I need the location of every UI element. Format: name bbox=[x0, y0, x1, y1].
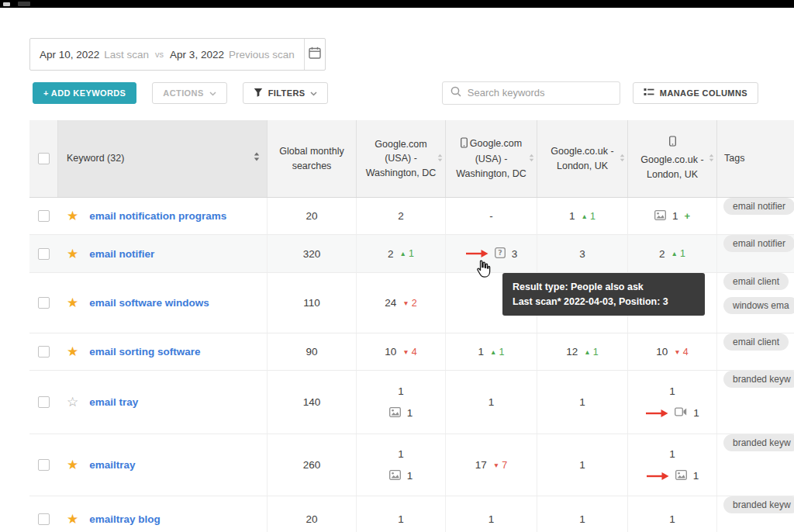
tag-pill[interactable]: branded keyw bbox=[723, 434, 794, 451]
image-serp-icon bbox=[675, 470, 687, 482]
position-value: 1 bbox=[478, 346, 485, 358]
row-checkbox[interactable] bbox=[38, 396, 50, 408]
tag-pill[interactable]: email client bbox=[723, 273, 789, 290]
position-cell: 11 bbox=[357, 434, 446, 496]
search-input[interactable] bbox=[468, 87, 612, 98]
keyword-link[interactable]: email notification programs bbox=[89, 210, 226, 222]
position-cell: 1 bbox=[446, 496, 537, 532]
row-checkbox[interactable] bbox=[38, 248, 50, 260]
filters-button[interactable]: FILTERS bbox=[243, 82, 329, 104]
position-line: 2▲1 bbox=[659, 248, 685, 260]
keyword-cell: ★emailtray blog bbox=[58, 496, 268, 532]
position-line: 17▼7 bbox=[475, 459, 507, 471]
position-cell: 1 bbox=[357, 496, 446, 532]
actions-button[interactable]: ACTIONS bbox=[152, 82, 226, 104]
position-cell: 1 bbox=[537, 371, 628, 434]
favorite-star-icon[interactable]: ★ bbox=[67, 345, 78, 358]
position-line: 3 bbox=[579, 248, 585, 260]
sort-arrows-icon[interactable] bbox=[529, 151, 534, 165]
favorite-star-icon[interactable]: ★ bbox=[67, 209, 78, 223]
sort-arrows-icon[interactable] bbox=[620, 151, 625, 165]
column-header-keyword[interactable]: Keyword (32) bbox=[58, 120, 268, 197]
position-line: 24▼2 bbox=[385, 297, 416, 309]
keyword-link[interactable]: email sorting software bbox=[89, 346, 200, 358]
date-range-selector[interactable]: Apr 10, 2022 Last scan vs Apr 3, 2022 Pr… bbox=[29, 38, 326, 71]
annotation-arrow bbox=[465, 249, 488, 258]
favorite-star-icon[interactable]: ☆ bbox=[67, 396, 78, 409]
row-checkbox-cell bbox=[29, 434, 58, 496]
row-checkbox[interactable] bbox=[38, 297, 50, 309]
annotation-arrow bbox=[646, 472, 669, 481]
position-value: 1 bbox=[398, 385, 404, 397]
sort-arrows-icon[interactable] bbox=[709, 151, 714, 165]
global-searches-cell: 140 bbox=[268, 371, 357, 434]
position-cell: 2▲1 bbox=[357, 235, 446, 272]
position-value: 1 bbox=[407, 470, 413, 482]
row-checkbox[interactable] bbox=[38, 513, 50, 525]
keyword-link[interactable]: email tray bbox=[89, 396, 138, 408]
tooltip-line-2: Last scan* 2022-04-03, Position: 3 bbox=[513, 295, 695, 309]
favorite-star-icon[interactable]: ★ bbox=[67, 513, 78, 526]
add-keywords-button[interactable]: + ADD KEYWORDS bbox=[33, 82, 136, 104]
tooltip: Result type: People also ask Last scan* … bbox=[502, 273, 705, 316]
position-value: 2 bbox=[388, 248, 394, 260]
favorite-star-icon[interactable]: ★ bbox=[67, 296, 78, 309]
position-cell: 11 bbox=[628, 434, 717, 496]
position-change: ▲1 bbox=[584, 347, 598, 358]
global-searches-cell: 110 bbox=[268, 273, 357, 333]
select-all-checkbox[interactable] bbox=[38, 153, 50, 164]
select-all-cell bbox=[29, 120, 58, 197]
position-line: 1 bbox=[398, 448, 404, 460]
keyword-link[interactable]: emailtray bbox=[89, 459, 135, 471]
position-cell: 24▼2 bbox=[357, 273, 446, 333]
position-change: ▲1 bbox=[490, 347, 504, 358]
column-header-google-usa-mobile[interactable]: Google.com (USA) - Washington, DC bbox=[446, 120, 537, 197]
tags-cell: email client bbox=[717, 333, 794, 370]
tag-pill[interactable]: email notifier bbox=[723, 235, 794, 252]
table-body: ★email notification programs202-1▲11+ema… bbox=[29, 198, 794, 532]
image-serp-icon bbox=[654, 210, 666, 223]
tag-pill[interactable]: branded keyw bbox=[723, 496, 794, 513]
sort-arrows-icon[interactable] bbox=[437, 151, 443, 165]
tag-pill[interactable]: email notifier bbox=[723, 198, 794, 215]
position-cell: ?3 bbox=[446, 235, 537, 272]
tags-cell: email notifier bbox=[717, 235, 794, 272]
search-box[interactable] bbox=[442, 81, 620, 105]
favorite-star-icon[interactable]: ★ bbox=[67, 458, 78, 472]
column-header-google-uk-desktop[interactable]: Google.co.uk - London, UK bbox=[537, 120, 628, 197]
position-value: 2 bbox=[398, 210, 404, 222]
favorite-star-icon[interactable]: ★ bbox=[67, 247, 78, 261]
date-range-text[interactable]: Apr 10, 2022 Last scan vs Apr 3, 2022 Pr… bbox=[30, 39, 304, 70]
people-also-ask-icon: ? bbox=[495, 247, 506, 261]
position-value: 3 bbox=[512, 248, 518, 260]
keyword-link[interactable]: email notifier bbox=[89, 248, 154, 260]
column-header-google-uk-mobile[interactable]: Google.co.uk - London, UK bbox=[628, 120, 717, 197]
column-header-tags[interactable]: Tags bbox=[717, 120, 794, 197]
row-checkbox[interactable] bbox=[38, 346, 50, 358]
sort-arrows-icon[interactable] bbox=[249, 151, 260, 165]
tag-pill[interactable]: branded keyw bbox=[723, 371, 794, 388]
vs-label: vs bbox=[154, 50, 165, 59]
tags-cell: branded keyw bbox=[717, 496, 794, 532]
keyword-cell: ★emailtray bbox=[58, 434, 268, 496]
row-checkbox[interactable] bbox=[38, 210, 50, 222]
calendar-button[interactable] bbox=[304, 39, 325, 70]
position-line: 1 bbox=[398, 385, 404, 397]
keyword-link[interactable]: emailtray blog bbox=[89, 513, 161, 525]
keyword-link[interactable]: email software windows bbox=[89, 297, 209, 309]
column-header-google-usa-desktop[interactable]: Google.com (USA) - Washington, DC bbox=[357, 120, 446, 197]
manage-columns-button[interactable]: MANAGE COLUMNS bbox=[633, 82, 758, 104]
position-cell: 1 bbox=[446, 371, 537, 434]
video-serp-icon bbox=[675, 407, 687, 419]
table-row: ★email notification programs202-1▲11+ema… bbox=[29, 198, 794, 235]
column-header-global-searches[interactable]: Global monthly searches bbox=[268, 120, 357, 197]
position-line: 1▲1 bbox=[569, 210, 596, 222]
position-cell: 11 bbox=[357, 371, 446, 434]
table-row: ★emailtray2601117▼7111branded keyw bbox=[29, 434, 794, 496]
position-value: 2 bbox=[659, 248, 665, 260]
tag-pill[interactable]: windows ema bbox=[723, 297, 794, 314]
position-cell: 1+ bbox=[628, 198, 717, 234]
tag-pill[interactable]: email client bbox=[723, 333, 789, 351]
chevron-down-icon bbox=[209, 88, 216, 98]
row-checkbox[interactable] bbox=[38, 459, 50, 471]
